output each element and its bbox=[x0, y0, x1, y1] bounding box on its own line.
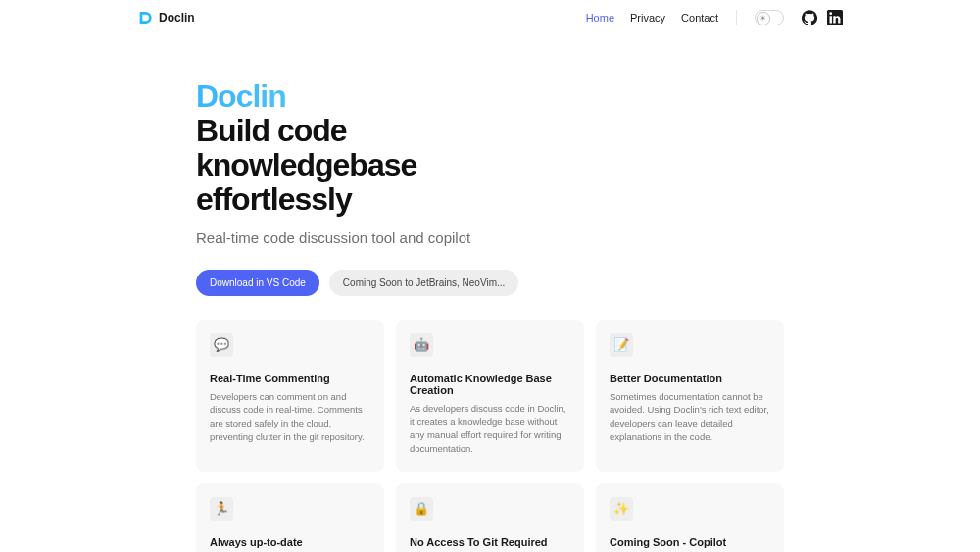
feature-title: Coming Soon - Copilot bbox=[610, 536, 770, 548]
hero-subtitle: Real-time code discussion tool and copil… bbox=[196, 229, 549, 246]
feature-title: Real-Time Commenting bbox=[210, 373, 370, 384]
github-icon[interactable] bbox=[802, 10, 817, 25]
feature-card-no-git: 🔒 No Access To Git Required We do not re… bbox=[396, 483, 584, 552]
brand-name: Doclin bbox=[159, 11, 195, 25]
nav-links: Home Privacy Contact bbox=[586, 12, 718, 24]
social-links bbox=[802, 10, 843, 25]
brand[interactable]: Doclin bbox=[137, 10, 195, 25]
runner-icon: 🏃 bbox=[210, 497, 233, 521]
feature-title: Better Documentation bbox=[610, 373, 770, 384]
nav-divider bbox=[736, 10, 737, 25]
lock-icon: 🔒 bbox=[410, 497, 433, 521]
feature-desc: As developers discuss code in Doclin, it… bbox=[410, 402, 570, 456]
feature-card-better-docs: 📝 Better Documentation Sometimes documen… bbox=[596, 320, 784, 472]
nav-link-contact[interactable]: Contact bbox=[681, 12, 718, 24]
linkedin-icon[interactable] bbox=[827, 10, 843, 25]
hero-cta-row: Download in VS Code Coming Soon to JetBr… bbox=[196, 270, 549, 296]
hero-title: Build code knowledgebase effortlessly bbox=[196, 114, 549, 218]
brand-logo-icon bbox=[137, 10, 153, 25]
coming-soon-button[interactable]: Coming Soon to JetBrains, NeoVim... bbox=[329, 270, 518, 296]
feature-card-knowledge-base: 🤖 Automatic Knowledge Base Creation As d… bbox=[396, 320, 584, 472]
hero-brand: Doclin bbox=[196, 80, 549, 112]
download-vscode-button[interactable]: Download in VS Code bbox=[196, 270, 319, 296]
feature-desc: Developers can comment on and discuss co… bbox=[210, 390, 370, 444]
feature-desc: Sometimes documentation cannot be avoide… bbox=[610, 390, 770, 444]
comment-icon: 💬 bbox=[210, 333, 233, 357]
features-grid: 💬 Real-Time Commenting Developers can co… bbox=[0, 296, 980, 552]
hero-title-line3: effortlessly bbox=[196, 182, 549, 217]
nav-link-privacy[interactable]: Privacy bbox=[630, 12, 665, 24]
feature-card-realtime-commenting: 💬 Real-Time Commenting Developers can co… bbox=[196, 320, 384, 472]
sun-icon: ☀ bbox=[760, 14, 766, 23]
document-icon: 📝 bbox=[610, 333, 633, 357]
nav-right: Home Privacy Contact ☀ bbox=[586, 10, 843, 25]
robot-icon: 🤖 bbox=[410, 333, 433, 357]
theme-toggle[interactable]: ☀ bbox=[755, 10, 784, 25]
header: Doclin Home Privacy Contact ☀ bbox=[0, 0, 980, 35]
feature-card-copilot: ✨ Coming Soon - Copilot With the power o… bbox=[596, 483, 784, 552]
hero-title-line1: Build code bbox=[196, 114, 549, 148]
feature-title: Always up-to-date bbox=[210, 536, 370, 548]
feature-card-up-to-date: 🏃 Always up-to-date Doclin automatically… bbox=[196, 483, 384, 552]
feature-title: No Access To Git Required bbox=[410, 536, 570, 548]
sparkle-icon: ✨ bbox=[610, 497, 633, 521]
hero: Doclin Build code knowledgebase effortle… bbox=[0, 35, 549, 296]
hero-title-line2: knowledgebase bbox=[196, 148, 549, 182]
feature-title: Automatic Knowledge Base Creation bbox=[410, 373, 570, 396]
nav-link-home[interactable]: Home bbox=[586, 12, 614, 24]
